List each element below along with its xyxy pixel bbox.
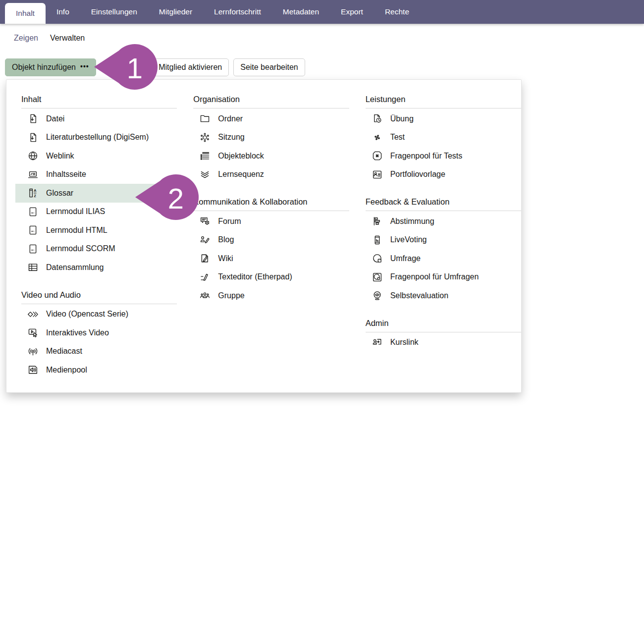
add-object-dropdown: InhaltDateiLiteraturbestellung (DigiSem)… — [6, 79, 522, 393]
learning-sequence-icon — [199, 169, 211, 180]
menu-item-kurslink[interactable]: Kurslink — [366, 333, 521, 352]
menu-item-label: Mediacast — [46, 347, 82, 356]
menu-item-sitzung[interactable]: Sitzung — [193, 128, 349, 147]
menu-section-video-und-audio: Video und AudioVideo (Opencast Serie)Int… — [21, 290, 177, 379]
menu-item-lernmodul-scorm[interactable]: Lernmodul SCORM — [21, 240, 177, 259]
menu-item-label: Lernmodul HTML — [46, 226, 107, 235]
menu-item-label: Interaktives Video — [46, 328, 109, 337]
question-pool-survey-icon — [372, 271, 383, 283]
activate-member-label: s Mitglied aktivieren — [153, 63, 222, 71]
menu-column-1: InhaltDateiLiteraturbestellung (DigiSem)… — [21, 95, 177, 379]
view-zeigen[interactable]: Zeigen — [14, 34, 38, 43]
question-pool-test-icon — [372, 150, 383, 161]
menu-section-leistungen: LeistungenÜbungTestFragenpool für TestsP… — [366, 95, 521, 184]
menu-item-interaktives-video[interactable]: Interaktives Video — [21, 323, 177, 342]
menu-item-ordner[interactable]: Ordner — [193, 109, 349, 128]
group-icon — [199, 290, 211, 301]
menu-item-mediacast[interactable]: Mediacast — [21, 342, 177, 361]
session-icon — [199, 132, 211, 143]
menu-item-portfoliovorlage[interactable]: Portfoliovorlage — [366, 165, 521, 184]
ellipsis-icon: ••• — [80, 61, 89, 71]
menu-item-label: Medienpool — [46, 366, 87, 375]
pin-1-number: 1 — [127, 52, 143, 84]
menu-item-label: Texteditor (Etherpad) — [218, 272, 292, 281]
svg-text:Z: Z — [34, 194, 36, 198]
menu-item-label: Test — [390, 133, 405, 142]
menu-item-objekteblock[interactable]: Objekteblock — [193, 147, 349, 165]
menu-item-video-opencast-serie[interactable]: Video (Opencast Serie) — [21, 305, 177, 324]
menu-item-label: Portfoliovorlage — [390, 170, 445, 179]
tab-rechte[interactable]: Rechte — [374, 0, 420, 24]
tab-inhalt[interactable]: Inhalt — [5, 3, 46, 24]
menu-item-selbstevaluation[interactable]: Selbstevaluation — [366, 286, 521, 305]
menu-item-label: Video (Opencast Serie) — [46, 310, 128, 319]
annotation-pin-1: 1 — [93, 43, 159, 91]
menu-item-weblink[interactable]: Weblink — [21, 147, 177, 165]
mediacast-icon — [27, 346, 39, 357]
menu-item-label: Übung — [390, 114, 414, 123]
menu-item-blog[interactable]: Blog — [193, 231, 349, 250]
menu-item-label: Objekteblock — [218, 152, 264, 161]
menu-item-label: Forum — [218, 217, 241, 226]
etherpad-icon — [199, 271, 211, 283]
menu-item-label: Glossar — [46, 189, 73, 198]
menu-item-fragenpool-fur-tests[interactable]: Fragenpool für Tests — [366, 147, 521, 165]
learning-module-icon — [27, 224, 39, 236]
section-header-admin: Admin — [366, 319, 521, 332]
menu-item-label: Inhaltsseite — [46, 170, 86, 179]
edit-page-button[interactable]: Seite bearbeiten — [233, 58, 305, 76]
view-verwalten[interactable]: Verwalten — [50, 34, 85, 43]
menu-section-feedback-evaluation: Feedback & EvaluationAbstimmungLiveVotin… — [366, 197, 521, 305]
menu-item-abstimmung[interactable]: Abstimmung — [366, 212, 521, 231]
tab-lernfortschritt[interactable]: Lernfortschritt — [203, 0, 272, 24]
svg-text:A: A — [34, 189, 37, 193]
menu-item-medienpool[interactable]: Medienpool — [21, 361, 177, 379]
item-group-icon — [199, 150, 211, 161]
pin-2-number: 2 — [168, 182, 184, 215]
section-header-organisation: Organisation — [193, 95, 349, 108]
glossary-icon: AZ — [27, 187, 39, 199]
section-header-video-und-audio: Video und Audio — [21, 290, 177, 304]
menu-item-lernsequenz[interactable]: Lernsequenz — [193, 165, 349, 184]
menu-item-livevoting[interactable]: LiveVoting — [366, 231, 521, 250]
menu-item-label: Gruppe — [218, 291, 244, 300]
menu-item-ubung[interactable]: Übung — [366, 109, 521, 128]
tab-einstellungen[interactable]: Einstellungen — [80, 0, 148, 24]
menu-column-2: OrganisationOrdnerSitzungObjekteblockLer… — [193, 95, 349, 379]
menu-item-wiki[interactable]: Wiki — [193, 249, 349, 268]
menu-section-admin: AdminKurslink — [366, 319, 521, 352]
menu-item-umfrage[interactable]: Umfrage — [366, 249, 521, 268]
tab-info[interactable]: Info — [46, 0, 80, 24]
tab-export[interactable]: Export — [330, 0, 374, 24]
menu-item-datei[interactable]: Datei — [21, 109, 177, 128]
menu-section-kommunikation-kollaboration: Kommunikation & KollaborationForumBlogWi… — [193, 197, 349, 305]
menu-item-label: Fragenpool für Umfragen — [390, 272, 479, 281]
annotation-pin-2: 2 — [134, 173, 200, 221]
media-pool-icon — [27, 364, 39, 376]
menu-item-fragenpool-fur-umfragen[interactable]: Fragenpool für Umfragen — [366, 268, 521, 287]
menu-item-datensammlung[interactable]: Datensammlung — [21, 258, 177, 277]
menu-item-texteditor-etherpad[interactable]: Texteditor (Etherpad) — [193, 268, 349, 287]
menu-item-literaturbestellung-digisem[interactable]: Literaturbestellung (DigiSem) — [21, 128, 177, 147]
live-voting-icon — [372, 234, 383, 246]
file-download-icon — [27, 132, 39, 143]
menu-item-label: Datei — [46, 114, 64, 123]
menu-item-lernmodul-html[interactable]: Lernmodul HTML — [21, 221, 177, 240]
test-icon — [372, 132, 383, 143]
tab-metadaten[interactable]: Metadaten — [272, 0, 330, 24]
menu-item-label: Ordner — [218, 114, 243, 123]
menu-item-label: Fragenpool für Tests — [390, 152, 463, 161]
self-evaluation-icon — [372, 290, 383, 301]
data-table-icon — [27, 262, 39, 273]
section-header-leistungen: Leistungen — [366, 95, 521, 108]
menu-item-forum[interactable]: Forum — [193, 212, 349, 231]
learning-module-icon — [27, 206, 39, 217]
menu-item-label: Blog — [218, 235, 234, 244]
add-object-button[interactable]: Objekt hinzufügen ••• — [5, 58, 96, 76]
edit-page-label: Seite bearbeiten — [240, 63, 298, 71]
menu-item-gruppe[interactable]: Gruppe — [193, 286, 349, 305]
menu-item-label: Lernmodul SCORM — [46, 244, 115, 253]
exercise-icon — [372, 113, 383, 124]
menu-item-test[interactable]: Test — [366, 128, 521, 147]
tab-mitglieder[interactable]: Mitglieder — [148, 0, 203, 24]
